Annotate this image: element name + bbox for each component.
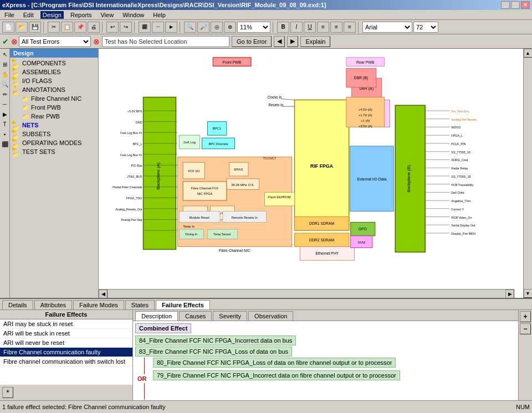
highlight-tool[interactable]: ▪ bbox=[1, 130, 9, 138]
goto-error-button[interactable]: Go to Error bbox=[232, 36, 272, 47]
minimize-button[interactable]: _ bbox=[501, 1, 510, 9]
pointer-tool[interactable]: ↖ bbox=[1, 50, 9, 59]
tab-failure-modes[interactable]: Failure Modes bbox=[73, 300, 124, 309]
next-error-button[interactable]: ▶ bbox=[287, 36, 298, 47]
zoom-out-button[interactable]: 🔎 bbox=[197, 22, 209, 33]
scroll-left-button[interactable]: ◀ bbox=[99, 290, 108, 298]
side-buttons: + − bbox=[518, 310, 532, 400]
effect-item-80[interactable]: 80_Fibre Channel FCF NIC FPGA_Loss of da… bbox=[153, 358, 396, 368]
collapse-button[interactable]: − bbox=[520, 323, 531, 334]
tab-failure-effects[interactable]: Failure Effects bbox=[156, 300, 210, 309]
copy-button[interactable]: 📋 bbox=[61, 22, 73, 33]
scroll-up-button[interactable]: ▲ bbox=[524, 49, 533, 58]
close-button[interactable]: ✕ bbox=[521, 1, 530, 9]
text-tool[interactable]: T bbox=[1, 120, 9, 128]
align-left-button[interactable]: ≡ bbox=[317, 22, 329, 33]
error-type-select[interactable]: All Test Errors bbox=[19, 36, 91, 47]
flag-tool[interactable]: ▶ bbox=[1, 110, 9, 118]
add-failure-button[interactable]: * bbox=[2, 387, 13, 398]
pan-tool[interactable]: ✋ bbox=[1, 70, 9, 79]
sidebar-item-test-sets[interactable]: ▶📁 TEST SETS bbox=[10, 147, 98, 156]
component-button[interactable]: ⬛ bbox=[139, 22, 151, 33]
v-scroll-track[interactable] bbox=[524, 58, 532, 289]
fontsize-select[interactable]: 72 bbox=[413, 22, 438, 33]
undo-button[interactable]: ↩ bbox=[106, 22, 119, 33]
failure-item-5[interactable]: Fibre channel communication with switch … bbox=[0, 357, 132, 366]
sidebar-item-front-pwb[interactable]: 📁 Front PWB bbox=[19, 103, 98, 112]
sidebar-item-nets[interactable]: ▶📁 NETS bbox=[10, 121, 98, 130]
prev-error-button[interactable]: ◀ bbox=[274, 36, 285, 47]
menu-design[interactable]: Design bbox=[40, 11, 64, 19]
maximize-button[interactable]: □ bbox=[511, 1, 520, 9]
save-button[interactable]: 💾 bbox=[29, 22, 41, 33]
flag-button[interactable]: ▶ bbox=[165, 22, 177, 33]
paste-button[interactable]: 📌 bbox=[74, 22, 86, 33]
net-button[interactable]: ─ bbox=[152, 22, 164, 33]
zoom-in-button[interactable]: 🔍 bbox=[184, 22, 196, 33]
expand-button[interactable]: + bbox=[520, 311, 531, 322]
font-select[interactable]: Arial bbox=[362, 22, 412, 33]
detail-tab-severity[interactable]: Severity bbox=[213, 311, 247, 321]
sidebar-item-operating-modes[interactable]: ▶📁 OPERATING MODES bbox=[10, 138, 98, 147]
detail-tab-observation[interactable]: Observation bbox=[248, 311, 293, 321]
italic-button[interactable]: I bbox=[290, 22, 303, 33]
effect-item-84[interactable]: 84_Fibre Channel FCF NIC FPGA_Incorrect … bbox=[135, 335, 296, 345]
redo-button[interactable]: ↪ bbox=[120, 22, 132, 33]
sep1 bbox=[43, 22, 45, 33]
component-tool[interactable]: ⬛ bbox=[1, 140, 9, 148]
menu-window[interactable]: Window bbox=[120, 11, 146, 19]
sidebar-item-io-flags[interactable]: ▶📁 I/O FLAGS bbox=[10, 76, 98, 85]
detail-tab-description[interactable]: Description bbox=[135, 311, 178, 321]
h-scroll-track[interactable] bbox=[108, 290, 505, 298]
zoom-tool[interactable]: 🔍 bbox=[1, 80, 9, 89]
print-button[interactable]: 🖨 bbox=[88, 22, 100, 33]
open-button[interactable]: 📂 bbox=[16, 22, 28, 33]
detail-tab-causes[interactable]: Causes bbox=[179, 311, 212, 321]
svg-text:PCB Traceability: PCB Traceability bbox=[451, 183, 473, 187]
tab-states[interactable]: States bbox=[125, 300, 155, 309]
failure-item-4[interactable]: Fibre Channel communication faulty bbox=[0, 348, 132, 357]
sidebar-item-components[interactable]: ▶📁 COMPONENTS bbox=[10, 59, 98, 68]
canvas-area[interactable]: Front PWB Rear PWB Backplane (A) Backpla… bbox=[99, 49, 523, 298]
sep5 bbox=[273, 22, 275, 33]
h-scrollbar[interactable]: ◀ ▶ bbox=[99, 289, 514, 298]
failure-item-2[interactable]: ARI will be stuck in reset bbox=[0, 329, 132, 338]
effect-item-83[interactable]: 83_Fibre Channel FCF NIC FPGA_Loss of da… bbox=[135, 347, 292, 357]
zoom-select[interactable]: 11% 25% 50% 100% bbox=[237, 22, 270, 33]
scroll-right-button[interactable]: ▶ bbox=[505, 290, 514, 298]
explain-button[interactable]: Explain bbox=[300, 36, 330, 47]
tab-details[interactable]: Details bbox=[2, 300, 33, 309]
failure-item-1[interactable]: ARI may be stuck in reset bbox=[0, 319, 132, 329]
align-right-button[interactable]: ≡ bbox=[344, 22, 356, 33]
zoom-fit-button[interactable]: ◎ bbox=[211, 22, 223, 33]
menu-reports[interactable]: Reports bbox=[68, 11, 94, 19]
sidebar-item-rear-pwb[interactable]: 📁 Rear PWB bbox=[19, 112, 98, 121]
effect-item-79[interactable]: 79_Fibre Channel FCF NIC FPGA_Incorrect … bbox=[153, 370, 400, 380]
underline-button[interactable]: U bbox=[304, 22, 316, 33]
sidebar-item-annotations[interactable]: ▼📂 ANNOTATIONS bbox=[10, 85, 98, 94]
sidebar-item-subsets[interactable]: ▶📁 SUBSETS bbox=[10, 130, 98, 138]
zoom-sel-button[interactable]: ⊕ bbox=[224, 22, 236, 33]
select-tool[interactable]: ⊞ bbox=[1, 60, 9, 69]
check-icon[interactable]: ✔ bbox=[2, 37, 9, 46]
cut-button[interactable]: ✂ bbox=[48, 22, 60, 33]
scroll-down-button[interactable]: ▼ bbox=[524, 289, 533, 298]
menu-edit[interactable]: Edit bbox=[21, 11, 36, 19]
titlebar-buttons[interactable]: _ □ ✕ bbox=[501, 1, 530, 9]
draw-tool[interactable]: ✏ bbox=[1, 90, 9, 99]
menu-view[interactable]: View bbox=[98, 11, 116, 19]
menu-file[interactable]: File bbox=[2, 11, 17, 19]
v-scrollbar[interactable]: ▲ ▼ bbox=[523, 49, 532, 298]
new-button[interactable]: 📄 bbox=[2, 22, 14, 33]
tab-attributes[interactable]: Attributes bbox=[34, 300, 72, 309]
net-tool[interactable]: ─ bbox=[1, 100, 9, 109]
sidebar-item-fcn[interactable]: 📁 Fibre Channel NIC bbox=[19, 94, 98, 103]
subfolder-icon-front: 📁 bbox=[21, 104, 30, 111]
menubar: File Edit Design Reports View Window Hel… bbox=[0, 10, 532, 20]
sidebar-item-assemblies[interactable]: ▶📁 ASSEMBLIES bbox=[10, 68, 98, 76]
align-center-button[interactable]: ≡ bbox=[330, 22, 342, 33]
failure-item-3[interactable]: ARI will never be reset bbox=[0, 338, 132, 348]
bold-button[interactable]: B bbox=[277, 22, 289, 33]
svg-text:+5.0V RPS: +5.0V RPS bbox=[127, 110, 142, 113]
menu-help[interactable]: Help bbox=[151, 11, 168, 19]
